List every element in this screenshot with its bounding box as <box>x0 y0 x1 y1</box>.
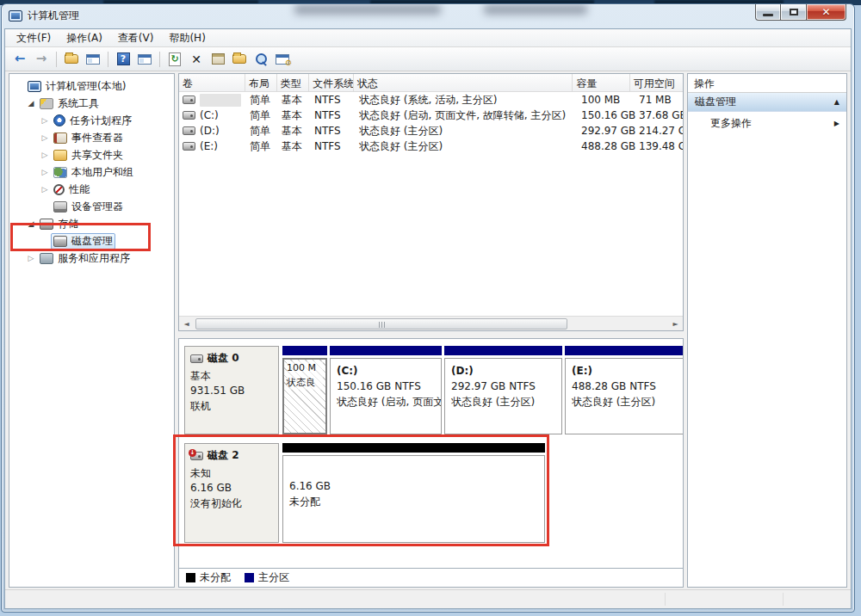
legend-primary-partition: 主分区 <box>245 570 289 585</box>
tree-item-device-manager[interactable]: 设备管理器 <box>9 198 174 215</box>
column-header-filesystem[interactable]: 文件系统 <box>309 74 353 91</box>
scroll-left-arrow[interactable]: ◄ <box>179 317 194 330</box>
properties-button[interactable] <box>208 50 227 69</box>
tree-item-services-applications[interactable]: ▷ 服务和应用程序 <box>9 249 174 267</box>
console-tree-icon <box>86 54 100 65</box>
close-button[interactable]: ✕ <box>807 4 846 21</box>
disk-2-header[interactable]: 磁盘 2 未知 6.16 GB 没有初始化 <box>184 443 279 543</box>
more-actions-item[interactable]: 更多操作 ▶ <box>688 112 846 134</box>
system-tools-icon <box>40 98 53 109</box>
help-button[interactable]: ? <box>114 50 133 69</box>
volume-icon <box>183 142 195 151</box>
tree-item-event-viewer[interactable]: ▷ 事件查看器 <box>9 129 174 146</box>
titlebar[interactable]: 计算机管理 ✕ <box>2 4 854 28</box>
collapsed-icon[interactable]: ▷ <box>39 168 51 176</box>
minimize-button[interactable] <box>755 4 781 21</box>
tree-item-performance[interactable]: ▷ 性能 <box>9 181 174 198</box>
cell-fs: NTFS <box>311 109 356 121</box>
tree-item-label: 事件查看器 <box>71 131 123 145</box>
partition-unallocated[interactable]: 6.16 GB 未分配 <box>282 443 545 543</box>
tree-item-task-scheduler[interactable]: ▷ 任务计划程序 <box>9 112 174 129</box>
delete-icon: ✕ <box>191 52 201 66</box>
console-tree-button[interactable] <box>84 50 102 69</box>
scroll-right-arrow[interactable]: ► <box>668 317 683 330</box>
refresh-icon: ↻ <box>169 52 181 66</box>
refresh-button[interactable]: ↻ <box>165 50 184 69</box>
scrollbar-thumb[interactable] <box>195 318 567 330</box>
table-row[interactable]: (E:) 简单 基本 NTFS 状态良好 (主分区) 488.28 GB 139… <box>179 139 683 154</box>
partition-label: (E:) <box>572 363 683 379</box>
column-header-type[interactable]: 类型 <box>277 74 310 91</box>
collapsed-icon[interactable]: ▷ <box>39 151 51 159</box>
tree-item-storage[interactable]: ◢ 存储 <box>9 215 174 232</box>
tree-item-disk-management[interactable]: 磁盘管理 <box>9 232 174 249</box>
legend-label: 主分区 <box>258 570 289 585</box>
pane-splitter[interactable] <box>178 331 684 338</box>
disk-status: 没有初始化 <box>190 496 273 511</box>
actions-section-disk-management[interactable]: 磁盘管理 ▲ <box>688 93 846 112</box>
column-header-capacity[interactable]: 容量 <box>573 74 629 91</box>
disk-0-header[interactable]: 磁盘 0 基本 931.51 GB 联机 <box>184 346 279 434</box>
tree-item-label: 任务计划程序 <box>70 114 132 128</box>
delete-button[interactable]: ✕ <box>187 50 206 69</box>
cell-capacity: 292.97 GB <box>578 125 635 137</box>
legend-swatch-unallocated <box>186 573 195 582</box>
expanded-icon[interactable]: ◢ <box>25 219 37 228</box>
partition-c[interactable]: (C:) 150.16 GB NTFS 状态良好 (启动, 页面文 <box>330 346 442 434</box>
volume-icon <box>183 126 195 135</box>
cell-layout: 简单 <box>246 139 278 154</box>
column-header-layout[interactable]: 布局 <box>245 74 277 91</box>
collapsed-icon[interactable]: ▷ <box>39 133 51 142</box>
forward-button[interactable]: → <box>32 50 51 69</box>
partition-e[interactable]: (E:) 488.28 GB NTFS 状态良好 (主分区) <box>565 346 684 434</box>
column-header-status[interactable]: 状态 <box>354 74 573 91</box>
cell-free: 37.68 GB <box>635 109 683 121</box>
action-pane-button[interactable] <box>135 50 154 69</box>
menu-action[interactable]: 操作(A) <box>59 29 110 47</box>
table-row[interactable]: (C:) 简单 基本 NTFS 状态良好 (启动, 页面文件, 故障转储, 主分… <box>179 108 683 123</box>
volume-list-body: 简单 基本 NTFS 状态良好 (系统, 活动, 主分区) 100 MB 71 … <box>179 92 683 316</box>
expanded-icon[interactable]: ◢ <box>25 99 37 108</box>
tree-item-label: 计算机管理(本地) <box>46 79 126 94</box>
partition-system-reserved[interactable]: 100 M 状态良 <box>282 346 327 434</box>
partition-size: 100 M <box>287 361 323 376</box>
maximize-button[interactable] <box>781 4 807 21</box>
table-row[interactable]: (D:) 简单 基本 NTFS 状态良好 (主分区) 292.97 GB 214… <box>179 123 683 139</box>
cell-status: 状态良好 (系统, 活动, 主分区) <box>356 93 578 108</box>
tree-item-shared-folders[interactable]: ▷ 共享文件夹 <box>9 146 174 163</box>
table-row[interactable]: 简单 基本 NTFS 状态良好 (系统, 活动, 主分区) 100 MB 71 … <box>179 92 683 108</box>
tree-item-local-users-groups[interactable]: ▷ 本地用户和组 <box>9 163 174 181</box>
column-header-volume[interactable]: 卷 <box>179 74 245 91</box>
tree-item-system-tools[interactable]: ◢ 系统工具 <box>9 95 174 112</box>
disk-0-row: 磁盘 0 基本 931.51 GB 联机 100 M 状态良 <box>184 346 683 434</box>
submenu-arrow-icon: ▶ <box>834 120 839 127</box>
partition-status: 状态良好 (主分区) <box>572 394 683 410</box>
volume-icon <box>183 95 195 104</box>
menu-view[interactable]: 查看(V) <box>110 29 162 47</box>
column-header-free-space[interactable]: 可用空间 <box>630 74 683 91</box>
export-button[interactable] <box>62 50 81 69</box>
cell-free: 139.48 GB <box>635 140 683 152</box>
help-topics-icon <box>276 54 289 65</box>
collapsed-icon[interactable]: ▷ <box>25 254 37 262</box>
more-actions-label: 更多操作 <box>710 116 752 131</box>
collapsed-icon[interactable]: ▷ <box>39 116 51 125</box>
cell-type: 基本 <box>278 108 311 123</box>
collapsed-icon[interactable]: ▷ <box>39 185 51 194</box>
menu-help[interactable]: 帮助(H) <box>161 29 213 47</box>
event-viewer-icon <box>53 132 67 144</box>
partition-d[interactable]: (D:) 292.97 GB NTFS 状态良好 (主分区) <box>444 346 562 434</box>
toolbar-separator <box>159 52 160 67</box>
find-button[interactable] <box>251 50 270 69</box>
menu-file[interactable]: 文件(F) <box>9 29 59 47</box>
toolbar-separator <box>56 52 57 67</box>
tree-item-computer-management[interactable]: 计算机管理(本地) <box>9 77 174 95</box>
open-folder-button[interactable] <box>230 50 249 69</box>
partition-label: (D:) <box>451 363 555 379</box>
help-topics-button[interactable] <box>273 50 292 69</box>
cell-free: 71 MB <box>635 94 683 106</box>
back-button[interactable]: ← <box>10 50 29 69</box>
collapse-caret-icon[interactable]: ▲ <box>834 98 839 106</box>
horizontal-scrollbar[interactable]: ◄ ► <box>179 316 683 330</box>
action-pane-icon <box>138 54 152 65</box>
